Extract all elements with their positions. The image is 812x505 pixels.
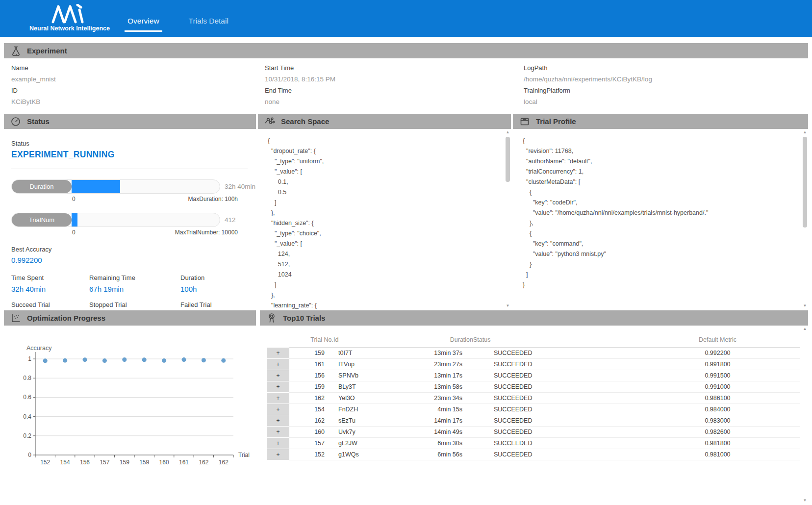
cell-duration: 13min 58s: [407, 381, 473, 393]
cell-id: SPNVb: [333, 370, 407, 381]
svg-text:162: 162: [219, 459, 228, 466]
search-space-json[interactable]: { "dropout_rate": { "_type": "uniform", …: [258, 129, 504, 309]
cell-trial-no: 156: [289, 370, 333, 381]
cell-trial-no: 162: [289, 393, 333, 404]
scroll-down-icon[interactable]: ▼: [505, 303, 511, 308]
search-space-panel: Search Space { "dropout_rate": { "_type"…: [258, 114, 511, 309]
cell-duration: 13min 37s: [407, 348, 473, 359]
svg-text:157: 157: [100, 459, 109, 466]
cell-status: SUCCEEDED: [473, 404, 635, 415]
expand-row-button[interactable]: +: [267, 370, 289, 381]
trialnum-value: 412: [225, 216, 236, 224]
scatter-plot-icon: [10, 313, 21, 324]
experiment-section: Experiment Name example_mnist ID KCiBytK…: [4, 43, 808, 114]
cell-trial-no: 160: [289, 427, 333, 438]
scroll-up-icon[interactable]: ▲: [802, 327, 808, 331]
duration-bar-label: Duration: [12, 180, 72, 193]
tab-overview[interactable]: Overview: [125, 15, 162, 32]
scrollbar-thumb[interactable]: [506, 137, 510, 182]
svg-text:152: 152: [40, 459, 50, 466]
top10-trials-table: Trial No. Id Duration Status Default Met…: [267, 333, 800, 460]
trialnum-progress: TrialNum 412: [11, 213, 256, 227]
cell-default-metric: 0.991500: [635, 370, 800, 381]
field-value-logpath: /home/quzha/nni/experiments/KCiBytKB/log: [524, 74, 808, 85]
col-id: Id: [333, 333, 407, 348]
scroll-up-icon[interactable]: ▲: [505, 130, 511, 134]
expand-row-button[interactable]: +: [267, 348, 289, 359]
svg-text:0.8: 0.8: [23, 375, 31, 381]
experiment-details: Name example_mnist ID KCiBytKB Start Tim…: [4, 58, 808, 114]
cell-status: SUCCEEDED: [473, 370, 635, 381]
trial-profile-panel: Trial Profile { "revision": 11768, "auth…: [513, 114, 808, 309]
cell-trial-no: 162: [289, 415, 333, 427]
table-row: +160Uvk7y14min 49sSUCCEEDED0.982600: [267, 427, 800, 438]
search-space-scrollbar[interactable]: ▲ ▼: [505, 130, 511, 308]
svg-text:0.2: 0.2: [23, 432, 31, 439]
expand-row-button[interactable]: +: [267, 438, 289, 449]
nav-tabs: Overview Trials Detail: [125, 15, 255, 32]
expand-row-button[interactable]: +: [267, 415, 289, 427]
expand-row-button[interactable]: +: [267, 404, 289, 415]
cell-default-metric: 0.981000: [635, 449, 800, 460]
scroll-down-icon[interactable]: ▼: [802, 303, 808, 308]
trialnum-max: MaxTrialNumber: 10000: [175, 229, 238, 236]
trial-profile-title: Trial Profile: [536, 117, 576, 126]
expand-row-button[interactable]: +: [267, 427, 289, 438]
best-accuracy-label: Best Accuracy: [11, 246, 256, 253]
expand-row-button[interactable]: +: [267, 393, 289, 404]
scroll-down-icon[interactable]: ▼: [802, 498, 808, 503]
duration-progress: Duration 32h 40min: [11, 179, 256, 194]
trialnum-bar-fill: [72, 213, 77, 227]
field-label-name: Name: [11, 62, 265, 74]
scrollbar-thumb[interactable]: [803, 137, 807, 227]
cell-trial-no: 154: [289, 404, 333, 415]
table-row: +152g1WQs6min 56sSUCCEEDED0.981000: [267, 449, 800, 460]
field-value-end-time: none: [265, 96, 524, 107]
logo-title: Neural Network Intelligence: [29, 25, 110, 32]
table-row: +159BLy3T13min 58sSUCCEEDED0.991000: [267, 381, 800, 393]
cell-default-metric: 0.986100: [635, 393, 800, 404]
cell-default-metric: 0.992200: [635, 348, 800, 359]
tab-trials-detail[interactable]: Trials Detail: [186, 15, 231, 32]
cell-duration: 14min 17s: [407, 415, 473, 427]
status-stats: Time Spent 32h 40min Remaining Time 67h …: [11, 274, 256, 309]
cell-default-metric: 0.984000: [635, 404, 800, 415]
flask-icon: [10, 46, 21, 56]
expand-row-button[interactable]: +: [267, 381, 289, 393]
nni-logo: Neural Network Intelligence: [30, 4, 109, 32]
field-label-start-time: Start Time: [265, 62, 524, 74]
field-label-id: ID: [11, 85, 265, 96]
scatter-point: [162, 358, 166, 363]
scatter-point: [142, 357, 147, 362]
experiment-section-header: Experiment: [4, 43, 808, 58]
svg-text:0: 0: [28, 452, 31, 458]
top-navigation-bar: Neural Network Intelligence Overview Tri…: [0, 0, 812, 37]
experiment-status-value: EXPERIMENT_RUNNING: [11, 150, 256, 160]
expand-row-button[interactable]: +: [267, 449, 289, 460]
trial-profile-scrollbar[interactable]: ▲ ▼: [802, 130, 808, 308]
trial-profile-section-header: Trial Profile: [513, 114, 808, 129]
table-row: +162sEzTu14min 17sSUCCEEDED0.983000: [267, 415, 800, 427]
status-panel: Status Status EXPERIMENT_RUNNING Duratio…: [4, 114, 256, 309]
cell-id: sEzTu: [333, 415, 407, 427]
archive-box-icon: [519, 116, 530, 127]
svg-text:1: 1: [28, 355, 31, 362]
top10-scrollbar[interactable]: ▲ ▼: [802, 327, 808, 503]
expand-row-button[interactable]: +: [267, 359, 289, 370]
svg-text:0.4: 0.4: [23, 413, 31, 420]
field-label-end-time: End Time: [265, 85, 524, 96]
duration-bar-fill: [72, 180, 120, 193]
status-title: Status: [27, 117, 50, 126]
optimization-title: Optimization Progress: [27, 314, 105, 322]
medal-icon: [266, 313, 277, 324]
table-row: +157gL2JW6min 30sSUCCEEDED0.981800: [267, 438, 800, 449]
stat-remaining-time: Remaining Time 67h 19min: [89, 274, 180, 293]
scroll-up-icon[interactable]: ▲: [802, 130, 808, 134]
cell-id: gL2JW: [333, 438, 407, 449]
duration-min: 0: [72, 196, 76, 202]
svg-text:161: 161: [179, 459, 189, 466]
cell-status: SUCCEEDED: [473, 348, 635, 359]
trial-profile-json[interactable]: { "revision": 11768, "authorName": "defa…: [513, 129, 801, 309]
search-space-section-header: Search Space: [258, 114, 511, 129]
field-value-name: example_mnist: [11, 74, 265, 85]
